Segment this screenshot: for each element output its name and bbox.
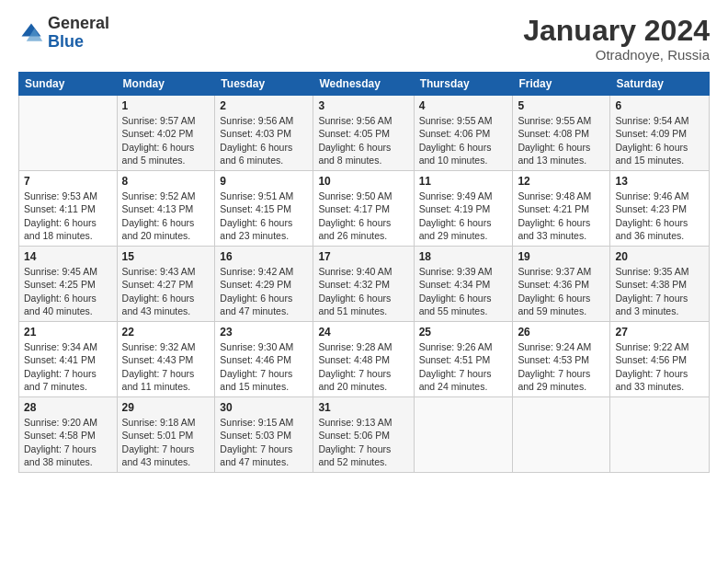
day-cell: 7Sunrise: 9:53 AMSunset: 4:11 PMDaylight… [19,171,118,247]
month-title: January 2024 [523,15,710,47]
day-number: 22 [122,326,210,339]
day-number: 3 [318,99,408,112]
day-cell: 23Sunrise: 9:30 AMSunset: 4:46 PMDayligh… [215,322,313,397]
header: General Blue January 2024 Otradnoye, Rus… [18,15,710,63]
day-number: 23 [220,326,308,339]
col-header-saturday: Saturday [610,73,710,96]
day-info: Sunrise: 9:34 AMSunset: 4:41 PMDaylight:… [24,340,112,393]
day-info: Sunrise: 9:24 AMSunset: 4:53 PMDaylight:… [518,340,605,393]
day-cell: 14Sunrise: 9:45 AMSunset: 4:25 PMDayligh… [19,247,118,322]
day-number: 5 [518,99,605,112]
day-info: Sunrise: 9:37 AMSunset: 4:36 PMDaylight:… [518,265,605,317]
logo-icon [18,20,44,46]
week-row-1: 1Sunrise: 9:57 AMSunset: 4:02 PMDaylight… [19,96,710,171]
day-cell: 11Sunrise: 9:49 AMSunset: 4:19 PMDayligh… [414,171,513,247]
day-cell: 3Sunrise: 9:56 AMSunset: 4:05 PMDaylight… [313,96,414,171]
week-row-2: 7Sunrise: 9:53 AMSunset: 4:11 PMDaylight… [19,171,710,247]
day-cell: 13Sunrise: 9:46 AMSunset: 4:23 PMDayligh… [610,171,710,247]
day-cell: 5Sunrise: 9:55 AMSunset: 4:08 PMDaylight… [513,96,610,171]
day-info: Sunrise: 9:57 AMSunset: 4:02 PMDaylight:… [122,114,210,167]
col-header-sunday: Sunday [19,73,118,96]
day-cell [513,397,610,473]
day-info: Sunrise: 9:18 AMSunset: 5:01 PMDaylight:… [122,416,210,468]
day-info: Sunrise: 9:13 AMSunset: 5:06 PMDaylight:… [318,416,408,468]
day-info: Sunrise: 9:15 AMSunset: 5:03 PMDaylight:… [220,416,308,468]
day-cell: 20Sunrise: 9:35 AMSunset: 4:38 PMDayligh… [610,247,710,322]
col-header-monday: Monday [117,73,215,96]
day-number: 31 [318,401,408,414]
day-number: 18 [419,250,508,263]
day-number: 14 [24,250,112,263]
day-number: 7 [24,175,112,188]
location: Otradnoye, Russia [523,47,710,63]
day-info: Sunrise: 9:43 AMSunset: 4:27 PMDaylight:… [122,265,210,317]
col-header-wednesday: Wednesday [313,73,414,96]
day-number: 4 [419,99,508,112]
day-cell: 15Sunrise: 9:43 AMSunset: 4:27 PMDayligh… [117,247,215,322]
day-info: Sunrise: 9:28 AMSunset: 4:48 PMDaylight:… [318,340,408,393]
day-cell: 9Sunrise: 9:51 AMSunset: 4:15 PMDaylight… [215,171,313,247]
calendar-header-row: SundayMondayTuesdayWednesdayThursdayFrid… [19,73,710,96]
day-info: Sunrise: 9:56 AMSunset: 4:03 PMDaylight:… [220,114,308,167]
day-info: Sunrise: 9:49 AMSunset: 4:19 PMDaylight:… [419,190,508,242]
page: General Blue January 2024 Otradnoye, Rus… [0,0,728,563]
day-number: 28 [24,401,112,414]
day-cell: 8Sunrise: 9:52 AMSunset: 4:13 PMDaylight… [117,171,215,247]
day-info: Sunrise: 9:45 AMSunset: 4:25 PMDaylight:… [24,265,112,317]
day-info: Sunrise: 9:20 AMSunset: 4:58 PMDaylight:… [24,416,112,468]
day-number: 15 [122,250,210,263]
day-cell: 1Sunrise: 9:57 AMSunset: 4:02 PMDaylight… [117,96,215,171]
day-info: Sunrise: 9:56 AMSunset: 4:05 PMDaylight:… [318,114,408,167]
day-number: 2 [220,99,308,112]
day-cell: 30Sunrise: 9:15 AMSunset: 5:03 PMDayligh… [215,397,313,473]
day-cell: 19Sunrise: 9:37 AMSunset: 4:36 PMDayligh… [513,247,610,322]
day-number: 1 [122,99,210,112]
title-block: January 2024 Otradnoye, Russia [523,15,710,63]
day-info: Sunrise: 9:32 AMSunset: 4:43 PMDaylight:… [122,340,210,393]
day-info: Sunrise: 9:53 AMSunset: 4:11 PMDaylight:… [24,190,112,242]
day-cell [19,96,118,171]
day-info: Sunrise: 9:22 AMSunset: 4:56 PMDaylight:… [615,340,704,393]
calendar-table: SundayMondayTuesdayWednesdayThursdayFrid… [18,72,710,473]
day-number: 20 [615,250,704,263]
day-number: 17 [318,250,408,263]
day-info: Sunrise: 9:35 AMSunset: 4:38 PMDaylight:… [615,265,704,317]
day-cell: 27Sunrise: 9:22 AMSunset: 4:56 PMDayligh… [610,322,710,397]
col-header-tuesday: Tuesday [215,73,313,96]
day-info: Sunrise: 9:40 AMSunset: 4:32 PMDaylight:… [318,265,408,317]
day-cell: 26Sunrise: 9:24 AMSunset: 4:53 PMDayligh… [513,322,610,397]
day-info: Sunrise: 9:30 AMSunset: 4:46 PMDaylight:… [220,340,308,393]
day-cell: 31Sunrise: 9:13 AMSunset: 5:06 PMDayligh… [313,397,414,473]
day-number: 26 [518,326,605,339]
day-cell: 2Sunrise: 9:56 AMSunset: 4:03 PMDaylight… [215,96,313,171]
day-number: 21 [24,326,112,339]
day-info: Sunrise: 9:42 AMSunset: 4:29 PMDaylight:… [220,265,308,317]
day-number: 24 [318,326,408,339]
day-info: Sunrise: 9:54 AMSunset: 4:09 PMDaylight:… [615,114,704,167]
day-cell [610,397,710,473]
day-cell [414,397,513,473]
day-number: 6 [615,99,704,112]
day-number: 30 [220,401,308,414]
day-number: 9 [220,175,308,188]
day-info: Sunrise: 9:48 AMSunset: 4:21 PMDaylight:… [518,190,605,242]
logo-general-text: General [48,14,109,32]
logo: General Blue [18,15,109,52]
day-cell: 22Sunrise: 9:32 AMSunset: 4:43 PMDayligh… [117,322,215,397]
day-cell: 17Sunrise: 9:40 AMSunset: 4:32 PMDayligh… [313,247,414,322]
day-cell: 24Sunrise: 9:28 AMSunset: 4:48 PMDayligh… [313,322,414,397]
day-number: 27 [615,326,704,339]
day-cell: 10Sunrise: 9:50 AMSunset: 4:17 PMDayligh… [313,171,414,247]
day-cell: 16Sunrise: 9:42 AMSunset: 4:29 PMDayligh… [215,247,313,322]
day-number: 10 [318,175,408,188]
day-number: 13 [615,175,704,188]
day-cell: 21Sunrise: 9:34 AMSunset: 4:41 PMDayligh… [19,322,118,397]
day-info: Sunrise: 9:55 AMSunset: 4:08 PMDaylight:… [518,114,605,167]
col-header-thursday: Thursday [414,73,513,96]
week-row-3: 14Sunrise: 9:45 AMSunset: 4:25 PMDayligh… [19,247,710,322]
week-row-4: 21Sunrise: 9:34 AMSunset: 4:41 PMDayligh… [19,322,710,397]
day-info: Sunrise: 9:51 AMSunset: 4:15 PMDaylight:… [220,190,308,242]
day-number: 16 [220,250,308,263]
day-cell: 12Sunrise: 9:48 AMSunset: 4:21 PMDayligh… [513,171,610,247]
day-number: 8 [122,175,210,188]
